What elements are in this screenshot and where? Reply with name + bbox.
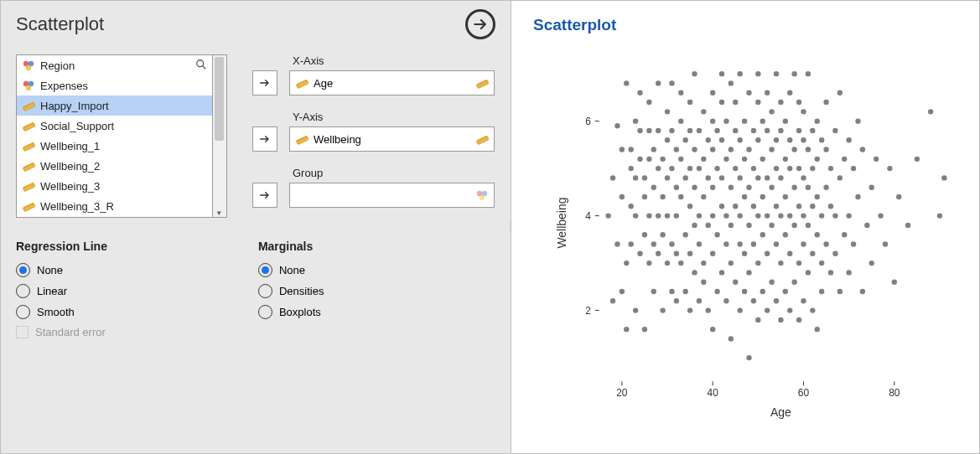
svg-point-348 — [887, 166, 892, 171]
svg-point-99 — [629, 204, 634, 209]
scale-icon — [22, 119, 35, 132]
y-axis-field[interactable]: Wellbeing — [289, 126, 495, 152]
svg-point-277 — [787, 251, 792, 256]
svg-point-210 — [733, 204, 738, 209]
svg-point-259 — [774, 298, 779, 303]
svg-point-170 — [697, 166, 702, 171]
svg-point-297 — [801, 137, 806, 142]
svg-point-186 — [710, 118, 715, 123]
assign-group-button[interactable] — [252, 183, 277, 208]
svg-point-190 — [714, 166, 719, 171]
svg-point-281 — [787, 90, 792, 95]
svg-point-192 — [719, 270, 724, 275]
svg-point-298 — [801, 109, 806, 114]
variable-label: Wellbeing_3_R — [40, 200, 114, 213]
svg-point-207 — [729, 147, 734, 152]
svg-point-295 — [801, 213, 806, 218]
svg-point-265 — [778, 317, 783, 322]
regression-option-linear[interactable]: Linear — [16, 284, 107, 298]
svg-point-109 — [637, 90, 642, 95]
group-field[interactable] — [289, 183, 495, 208]
variable-item-happy_import[interactable]: Happy_Import — [17, 95, 212, 116]
svg-point-273 — [783, 194, 788, 199]
svg-point-309 — [815, 327, 820, 332]
svg-point-252 — [765, 128, 770, 133]
svg-point-344 — [869, 261, 874, 266]
x-axis-field[interactable]: Age — [289, 70, 495, 95]
variable-item-expenses[interactable]: Expenses — [17, 75, 212, 95]
svg-point-352 — [915, 157, 920, 162]
search-icon[interactable] — [195, 59, 207, 73]
svg-point-312 — [815, 157, 820, 162]
svg-point-162 — [692, 270, 697, 275]
variable-item-wellbeing_1[interactable]: Wellbeing_1 — [17, 136, 212, 156]
svg-point-164 — [692, 185, 697, 190]
svg-point-148 — [678, 194, 683, 199]
svg-point-136 — [665, 109, 670, 114]
svg-point-241 — [755, 100, 760, 105]
svg-point-338 — [855, 194, 860, 199]
svg-point-257 — [769, 147, 774, 152]
variable-label: Happy_Import — [40, 100, 109, 112]
svg-point-214 — [737, 307, 742, 312]
svg-point-282 — [791, 280, 796, 285]
svg-point-302 — [806, 147, 811, 152]
svg-point-182 — [710, 251, 715, 256]
marginals-option-densities[interactable]: Densities — [258, 284, 324, 298]
svg-point-127 — [656, 80, 661, 85]
svg-text:20: 20 — [616, 387, 628, 399]
svg-point-320 — [823, 147, 828, 152]
svg-point-260 — [774, 241, 779, 246]
svg-point-316 — [819, 213, 824, 218]
svg-point-202 — [723, 118, 729, 123]
svg-point-111 — [642, 232, 647, 237]
svg-point-308 — [810, 128, 815, 133]
svg-point-306 — [810, 204, 815, 209]
assign-y-button[interactable] — [252, 126, 277, 152]
arrow-right-icon — [472, 16, 489, 33]
variable-item-wellbeing_3[interactable]: Wellbeing_3 — [17, 176, 212, 196]
variable-label: Social_Support — [40, 120, 114, 132]
svg-point-143 — [674, 251, 679, 256]
svg-point-132 — [665, 261, 670, 266]
svg-point-243 — [760, 289, 765, 294]
chart-title: Scatterplot — [511, 1, 979, 34]
svg-point-172 — [701, 280, 706, 285]
svg-point-324 — [828, 166, 833, 171]
marginals-option-boxplots[interactable]: Boxplots — [258, 305, 324, 319]
svg-point-176 — [701, 109, 706, 114]
svg-point-102 — [633, 307, 638, 312]
svg-point-126 — [656, 128, 661, 133]
variable-item-social_support[interactable]: Social_Support — [17, 116, 212, 136]
svg-point-171 — [697, 128, 702, 133]
svg-line-4 — [203, 65, 206, 69]
scrollbar[interactable]: ▾ — [213, 54, 227, 218]
svg-point-206 — [729, 185, 734, 190]
variable-item-wellbeing_3_r[interactable]: Wellbeing_3_R — [17, 196, 212, 216]
svg-text:4: 4 — [585, 210, 591, 222]
radio-icon — [16, 284, 30, 298]
scroll-thumb[interactable] — [215, 57, 224, 141]
svg-point-227 — [746, 223, 751, 228]
svg-point-193 — [719, 204, 724, 209]
svg-text:80: 80 — [889, 387, 900, 399]
assign-x-button[interactable] — [252, 70, 277, 95]
svg-point-178 — [706, 223, 711, 228]
variable-item-wellbeing_2[interactable]: Wellbeing_2 — [17, 156, 212, 176]
svg-point-261 — [774, 204, 779, 209]
variable-item-region[interactable]: Region — [17, 55, 212, 75]
scale-icon — [22, 139, 35, 152]
regression-option-smooth[interactable]: Smooth — [16, 305, 107, 319]
variable-list[interactable]: RegionExpensesHappy_ImportSocial_Support… — [16, 54, 213, 218]
svg-point-197 — [719, 71, 724, 76]
scroll-down-icon[interactable]: ▾ — [215, 209, 223, 216]
marginals-option-none[interactable]: None — [258, 263, 324, 277]
run-button[interactable] — [465, 9, 495, 39]
svg-point-221 — [742, 251, 747, 256]
svg-point-160 — [687, 128, 692, 133]
arrow-right-icon — [258, 132, 272, 146]
svg-point-97 — [624, 80, 629, 85]
y-axis-label: Y-Axis — [293, 111, 495, 123]
svg-point-147 — [678, 261, 683, 266]
regression-option-none[interactable]: None — [16, 263, 107, 277]
